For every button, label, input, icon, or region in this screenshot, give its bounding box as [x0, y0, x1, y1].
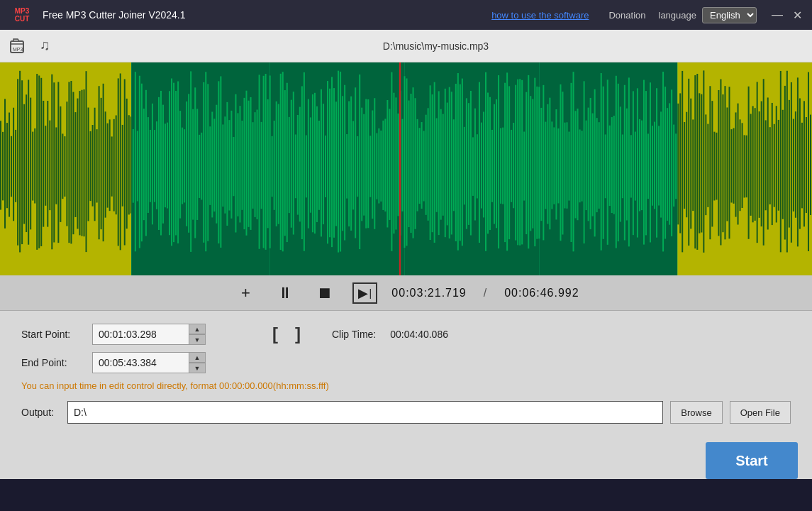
- svg-rect-625: [664, 87, 666, 169]
- svg-text:MP3: MP3: [13, 47, 23, 52]
- language-select[interactable]: English: [702, 7, 757, 23]
- svg-rect-607: [645, 91, 647, 169]
- svg-rect-163: [171, 79, 172, 169]
- svg-rect-151: [158, 97, 160, 169]
- svg-rect-380: [401, 169, 403, 211]
- pause-button[interactable]: ⏸: [272, 280, 298, 306]
- window-controls: — ✕: [769, 7, 805, 23]
- svg-rect-43: [43, 101, 44, 169]
- play-button[interactable]: ▶|: [352, 280, 377, 306]
- svg-rect-174: [182, 169, 183, 204]
- open-file-button[interactable]: Open File: [730, 401, 791, 424]
- svg-rect-672: [713, 169, 715, 200]
- svg-rect-401: [426, 115, 427, 169]
- svg-rect-756: [803, 169, 805, 226]
- svg-rect-190: [199, 169, 200, 198]
- svg-rect-197: [207, 84, 208, 169]
- svg-rect-385: [408, 101, 410, 169]
- svg-rect-655: [696, 74, 698, 169]
- svg-rect-723: [769, 127, 771, 169]
- add-button[interactable]: +: [233, 280, 258, 306]
- svg-rect-30: [28, 169, 29, 245]
- svg-rect-518: [549, 169, 550, 229]
- bracket-close-button[interactable]: ]: [292, 324, 304, 344]
- svg-rect-159: [167, 123, 168, 169]
- svg-rect-152: [158, 169, 160, 230]
- svg-rect-452: [479, 169, 480, 243]
- svg-rect-746: [793, 169, 794, 211]
- svg-rect-425: [451, 92, 452, 169]
- svg-rect-402: [426, 169, 427, 215]
- svg-rect-105: [109, 119, 111, 169]
- svg-rect-15: [13, 108, 14, 169]
- svg-rect-321: [340, 72, 341, 169]
- svg-rect-116: [120, 169, 121, 250]
- svg-rect-740: [786, 169, 788, 253]
- svg-rect-169: [177, 82, 179, 169]
- svg-rect-8: [4, 169, 6, 229]
- svg-rect-300: [316, 169, 318, 222]
- svg-rect-623: [662, 72, 664, 169]
- svg-rect-512: [543, 169, 544, 240]
- svg-rect-551: [586, 121, 587, 169]
- svg-rect-94: [96, 169, 98, 202]
- close-button[interactable]: ✕: [789, 7, 805, 23]
- svg-rect-49: [49, 121, 50, 169]
- svg-rect-562: [596, 169, 598, 212]
- svg-rect-137: [143, 109, 145, 169]
- svg-rect-367: [389, 109, 390, 169]
- svg-rect-191: [201, 133, 202, 169]
- svg-rect-216: [226, 169, 228, 226]
- svg-rect-214: [224, 169, 226, 214]
- svg-rect-548: [582, 169, 583, 202]
- svg-rect-355: [376, 133, 377, 169]
- join-file-icon[interactable]: ♫: [37, 34, 61, 58]
- svg-rect-474: [502, 169, 504, 204]
- how-to-link[interactable]: how to use the software: [491, 10, 589, 21]
- svg-rect-207: [218, 81, 219, 169]
- start-point-down[interactable]: ▼: [189, 334, 206, 345]
- open-file-icon[interactable]: MP3: [7, 34, 31, 58]
- end-point-down[interactable]: ▼: [189, 363, 206, 373]
- svg-rect-542: [575, 169, 577, 218]
- svg-rect-291: [308, 99, 309, 169]
- svg-rect-178: [186, 169, 187, 226]
- bracket-open-button[interactable]: [: [269, 324, 281, 344]
- end-point-up[interactable]: ▲: [189, 352, 206, 363]
- waveform-container[interactable]: // This will be rendered as SVG rects vi…: [0, 62, 812, 275]
- stop-button[interactable]: ⏹: [312, 280, 338, 306]
- svg-rect-364: [384, 169, 386, 211]
- svg-rect-353: [374, 98, 375, 169]
- svg-rect-413: [438, 91, 440, 169]
- svg-rect-407: [432, 94, 433, 169]
- svg-rect-592: [628, 169, 630, 246]
- svg-rect-678: [720, 169, 721, 245]
- svg-rect-223: [235, 94, 236, 169]
- svg-rect-149: [156, 121, 157, 169]
- svg-rect-613: [652, 126, 653, 169]
- start-point-up[interactable]: ▲: [189, 324, 206, 334]
- svg-rect-520: [551, 169, 552, 209]
- svg-rect-283: [299, 107, 301, 169]
- output-input[interactable]: [67, 401, 663, 424]
- svg-rect-642: [682, 169, 683, 252]
- svg-rect-657: [699, 93, 700, 169]
- svg-rect-58: [57, 169, 59, 243]
- svg-rect-46: [45, 169, 46, 206]
- browse-button[interactable]: Browse: [670, 401, 722, 424]
- svg-rect-647: [688, 79, 689, 169]
- svg-rect-476: [504, 169, 506, 242]
- svg-rect-374: [395, 169, 396, 230]
- svg-rect-391: [415, 98, 416, 169]
- svg-rect-39: [38, 75, 40, 169]
- svg-rect-206: [216, 169, 217, 224]
- donation-link[interactable]: Donation: [608, 10, 645, 21]
- svg-rect-519: [551, 121, 552, 169]
- svg-rect-338: [357, 169, 358, 197]
- start-button[interactable]: Start: [706, 442, 798, 479]
- svg-rect-504: [534, 169, 535, 246]
- svg-rect-602: [639, 169, 640, 211]
- svg-rect-42: [40, 169, 42, 246]
- minimize-button[interactable]: —: [769, 7, 785, 23]
- playhead[interactable]: [399, 62, 401, 275]
